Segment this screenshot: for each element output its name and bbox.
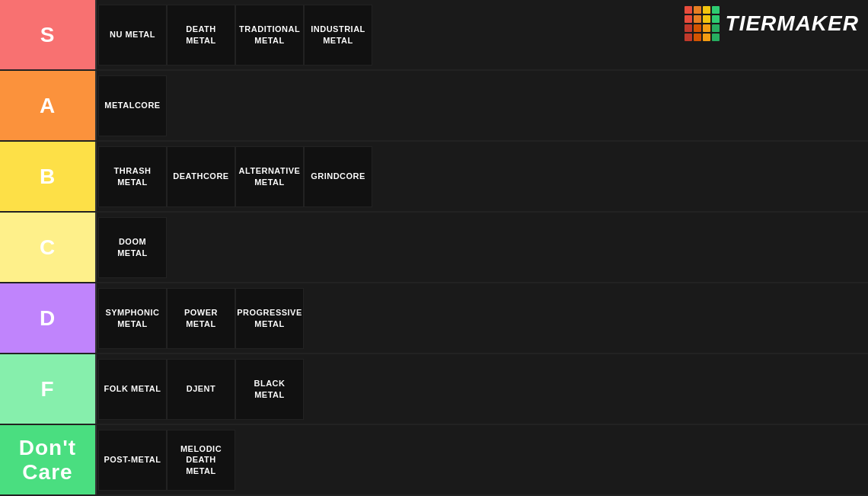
tier-item[interactable]: INDUSTRIAL METAL [304, 5, 372, 66]
tier-label-f: F [0, 354, 95, 424]
tier-item[interactable]: DEATH METAL [167, 5, 235, 66]
tier-item[interactable]: POWER METAL [167, 288, 235, 349]
tier-item[interactable]: DEATHCORE [167, 146, 235, 207]
tier-item[interactable]: PROGRESSIVE METAL [235, 288, 304, 349]
tier-row-c: CDOOM METAL [0, 213, 868, 283]
tier-row-d: DSYMPHONIC METALPOWER METALPROGRESSIVE M… [0, 283, 868, 354]
tier-item[interactable]: ALTERNATIVE METAL [235, 146, 304, 207]
tier-items-b: THRASH METALDEATHCOREALTERNATIVE METALGR… [95, 142, 868, 211]
tier-label-d: D [0, 283, 95, 353]
tier-items-a: METALCORE [95, 71, 868, 140]
tier-row-f: FFOLK METALDJENTBLACK METAL [0, 354, 868, 425]
tier-item[interactable]: FOLK METAL [98, 359, 167, 420]
tier-item[interactable]: TRADITIONAL METAL [235, 5, 304, 66]
tiers-wrapper: SNU METALDEATH METALTRADITIONAL METALIND… [0, 0, 868, 496]
logo-grid-cell [703, 6, 710, 14]
tiermaker-logo: TiERMAKeR [685, 6, 859, 41]
tier-items-f: FOLK METALDJENTBLACK METAL [95, 354, 868, 424]
tier-item[interactable]: POST-METAL [98, 430, 167, 491]
logo-grid-cell [685, 24, 692, 32]
tier-item[interactable]: DOOM METAL [98, 217, 167, 278]
tier-label-a: A [0, 71, 95, 140]
tier-row-dontcare: Don't CarePOST-METALMELODIC DEATH METAL [0, 425, 868, 496]
tier-item[interactable]: GRINDCORE [304, 146, 372, 207]
logo-grid-cell [685, 34, 692, 41]
logo-grid-cell [685, 6, 692, 14]
tier-items-c: DOOM METAL [95, 213, 868, 282]
tier-items-dontcare: POST-METALMELODIC DEATH METAL [95, 425, 868, 494]
logo-grid-cell [712, 24, 720, 32]
tier-label-b: B [0, 142, 95, 211]
tier-item[interactable]: NU METAL [98, 5, 167, 66]
tier-row-a: AMETALCORE [0, 71, 868, 142]
logo-grid-cell [712, 34, 720, 41]
tier-row-b: BTHRASH METALDEATHCOREALTERNATIVE METALG… [0, 142, 868, 213]
logo-grid-cell [694, 15, 701, 23]
tier-label-c: C [0, 213, 95, 282]
tiermaker-app: TiERMAKeR SNU METALDEATH METALTRADITIONA… [0, 0, 868, 496]
tier-items-d: SYMPHONIC METALPOWER METALPROGRESSIVE ME… [95, 283, 868, 353]
logo-grid-cell [694, 6, 701, 14]
logo-grid-cell [712, 15, 720, 23]
tier-label-dontcare: Don't Care [0, 425, 95, 494]
logo-tier: TiER [726, 11, 777, 35]
tier-item[interactable]: DJENT [167, 359, 235, 420]
tier-item[interactable]: MELODIC DEATH METAL [167, 430, 235, 491]
logo-grid-cell [703, 34, 710, 41]
logo-grid [685, 6, 720, 41]
logo-grid-cell [694, 34, 701, 41]
logo-grid-cell [712, 6, 720, 14]
tier-label-s: S [0, 0, 95, 69]
logo-text: TiERMAKeR [726, 11, 859, 36]
logo-grid-cell [685, 15, 692, 23]
tier-item[interactable]: SYMPHONIC METAL [98, 288, 167, 349]
tier-item[interactable]: THRASH METAL [98, 146, 167, 207]
logo-grid-cell [703, 15, 710, 23]
logo-grid-cell [694, 24, 701, 32]
logo-grid-cell [703, 24, 710, 32]
tier-item[interactable]: METALCORE [98, 75, 167, 136]
tier-item[interactable]: BLACK METAL [235, 359, 304, 420]
logo-maker: MAKeR [777, 11, 859, 35]
